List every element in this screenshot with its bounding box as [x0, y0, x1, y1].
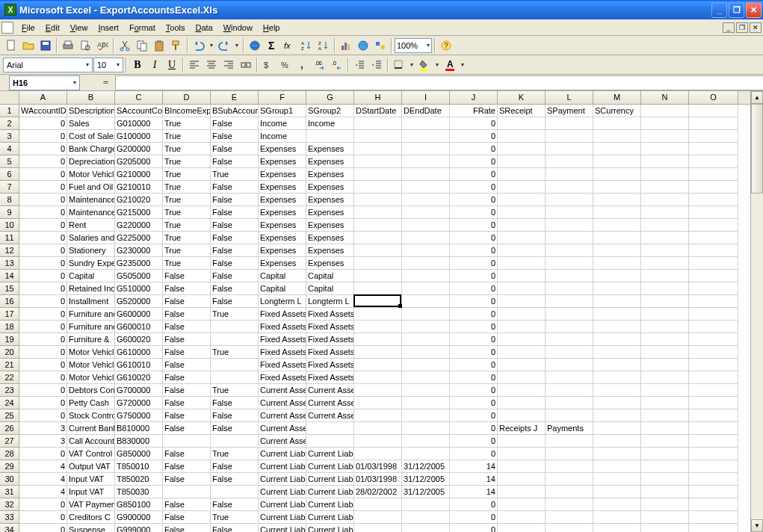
cell[interactable]: False — [163, 409, 211, 422]
cell[interactable]: G850100 — [115, 498, 163, 511]
redo-icon[interactable] — [216, 37, 232, 54]
cell[interactable]: True — [211, 308, 259, 321]
cell[interactable] — [546, 397, 593, 409]
cell[interactable]: 0 — [19, 498, 67, 511]
row-header[interactable]: 4 — [0, 143, 19, 155]
cell[interactable] — [546, 333, 593, 346]
cell[interactable] — [641, 130, 689, 143]
cell[interactable] — [641, 143, 689, 155]
row-header[interactable]: 1 — [0, 105, 19, 117]
minimize-button[interactable]: _ — [711, 2, 727, 18]
cell[interactable] — [546, 117, 593, 130]
cell[interactable] — [689, 181, 738, 194]
cell[interactable]: False — [211, 155, 259, 168]
cell[interactable]: 0 — [450, 143, 498, 155]
cell[interactable] — [689, 105, 738, 117]
cell[interactable]: False — [211, 409, 259, 422]
cell[interactable]: Capital — [259, 270, 306, 282]
cell[interactable] — [306, 130, 354, 143]
cell[interactable] — [641, 511, 689, 524]
cell[interactable]: False — [211, 524, 259, 532]
cell[interactable] — [498, 359, 546, 371]
print-preview-icon[interactable] — [77, 37, 93, 54]
cell[interactable] — [354, 244, 402, 257]
cell[interactable] — [211, 321, 259, 333]
cell[interactable] — [593, 143, 641, 155]
cell[interactable]: BSubAccount — [211, 105, 259, 117]
cell[interactable]: 0 — [19, 155, 67, 168]
cell[interactable]: G200000 — [115, 143, 163, 155]
cell[interactable]: 0 — [19, 181, 67, 194]
cell[interactable] — [354, 257, 402, 270]
cell[interactable]: SPayment — [546, 105, 593, 117]
cell[interactable]: Current Assets — [259, 435, 306, 448]
cell[interactable] — [689, 270, 738, 282]
cell[interactable]: WAccountID — [19, 105, 67, 117]
cell[interactable]: Expenses — [259, 143, 306, 155]
sort-desc-icon[interactable]: ZA — [315, 37, 332, 54]
cell[interactable] — [689, 321, 738, 333]
cell[interactable]: 0 — [450, 232, 498, 244]
cell[interactable]: 31/12/2005 — [402, 460, 450, 473]
cell[interactable] — [593, 371, 641, 384]
row-header[interactable]: 30 — [0, 473, 19, 486]
cell[interactable]: FRate — [450, 105, 498, 117]
cell[interactable] — [354, 511, 402, 524]
cell[interactable] — [546, 257, 593, 270]
cell[interactable]: Current Liab — [306, 460, 354, 473]
cell[interactable]: Rent — [67, 219, 115, 232]
cell[interactable] — [354, 435, 402, 448]
column-header-A[interactable]: A — [19, 91, 67, 104]
cell[interactable] — [689, 346, 738, 359]
cell[interactable]: 0 — [450, 511, 498, 524]
cell[interactable] — [354, 384, 402, 397]
row-header[interactable]: 12 — [0, 244, 19, 257]
cell[interactable]: True — [163, 168, 211, 181]
cell[interactable] — [546, 244, 593, 257]
drawing-icon[interactable] — [372, 37, 389, 54]
cell[interactable]: True — [163, 143, 211, 155]
cell[interactable] — [641, 282, 689, 295]
row-header[interactable]: 25 — [0, 409, 19, 422]
cell[interactable]: G100000 — [115, 130, 163, 143]
align-left-icon[interactable] — [186, 57, 203, 73]
cell[interactable]: True — [163, 206, 211, 219]
cell[interactable]: 3 — [19, 422, 67, 435]
cell[interactable] — [498, 282, 546, 295]
cell[interactable] — [641, 473, 689, 486]
cell[interactable] — [498, 232, 546, 244]
cell[interactable]: Fixed Assets — [259, 333, 306, 346]
cell[interactable]: 0 — [450, 448, 498, 460]
cell[interactable]: False — [163, 346, 211, 359]
cell[interactable]: Petty Cash — [67, 397, 115, 409]
cell[interactable] — [402, 181, 450, 194]
cell[interactable]: T850020 — [115, 473, 163, 486]
cell[interactable] — [641, 422, 689, 435]
cell[interactable] — [641, 295, 689, 308]
cell[interactable]: Current Liab — [259, 486, 306, 498]
cell[interactable] — [593, 321, 641, 333]
undo-icon[interactable] — [191, 37, 207, 54]
cell[interactable] — [498, 257, 546, 270]
cut-icon[interactable] — [117, 37, 133, 54]
cell[interactable]: G010000 — [115, 117, 163, 130]
cell[interactable]: G225000 — [115, 232, 163, 244]
cell[interactable]: Longterm L — [306, 295, 354, 308]
cell[interactable]: B810000 — [115, 422, 163, 435]
cell[interactable]: Expenses — [259, 194, 306, 206]
cell[interactable] — [593, 460, 641, 473]
cell[interactable] — [354, 371, 402, 384]
cell[interactable]: 28/02/2002 — [354, 486, 402, 498]
row-header[interactable]: 24 — [0, 397, 19, 409]
cell[interactable]: 0 — [19, 359, 67, 371]
cell[interactable] — [402, 143, 450, 155]
cell[interactable] — [402, 511, 450, 524]
cell[interactable]: Expenses — [306, 257, 354, 270]
row-header[interactable]: 10 — [0, 219, 19, 232]
cell[interactable] — [546, 295, 593, 308]
bold-button[interactable]: B — [129, 57, 146, 73]
row-header[interactable]: 21 — [0, 359, 19, 371]
cell[interactable]: True — [163, 117, 211, 130]
cell[interactable] — [593, 511, 641, 524]
cell[interactable] — [354, 270, 402, 282]
